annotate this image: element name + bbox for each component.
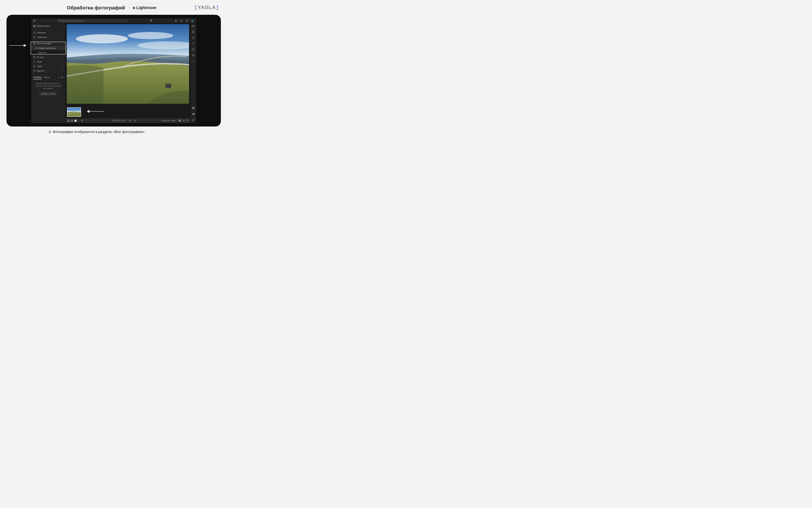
images-icon <box>33 42 36 45</box>
svg-point-35 <box>128 32 173 39</box>
info-icon[interactable] <box>191 118 195 122</box>
sidebar-item-creativity[interactable]: Творчество <box>31 35 65 39</box>
lightbulb-icon <box>33 32 36 34</box>
annotation-arrow-left <box>9 44 27 47</box>
page-caption: 3. Фотография отобразится в разделе «Все… <box>0 129 227 139</box>
svg-rect-27 <box>34 70 35 72</box>
photo-viewport[interactable] <box>66 23 190 106</box>
sidebar-item-deleted[interactable]: Удалено 1 <box>31 69 65 73</box>
sidebar-item-recent[interactable]: Недавно добавлено ⌄ <box>31 46 65 50</box>
svg-marker-5 <box>150 20 152 22</box>
svg-rect-47 <box>72 120 73 121</box>
svg-point-71 <box>193 55 194 56</box>
add-photos-button[interactable]: Добавить фото <box>31 23 65 29</box>
svg-rect-10 <box>187 21 187 22</box>
viewer-panel: ⌄ ★ ★ ★ ★ ★ Подогнать 100% ⌄ <box>66 23 190 123</box>
svg-rect-69 <box>192 49 194 50</box>
chevron-left-icon: ‹ <box>63 66 63 67</box>
albums-header: Альбомы Общие + <box>31 75 65 80</box>
svg-point-14 <box>34 32 35 33</box>
brush-icon[interactable] <box>191 42 195 46</box>
before-after-icon[interactable] <box>179 119 181 122</box>
cloud-sync-icon[interactable] <box>191 19 195 23</box>
search-input[interactable]: Поиск Последний импорт <box>57 19 129 23</box>
tab-albums[interactable]: Альбомы <box>33 76 42 79</box>
app-body: Добавить фото Обучение Творчество Все фо… <box>31 23 196 123</box>
share-icon[interactable] <box>180 19 183 23</box>
svg-point-23 <box>34 61 35 62</box>
sort-albums-icon[interactable] <box>61 77 63 79</box>
sidebar-item-links[interactable]: Связи + ‹ <box>31 64 65 69</box>
edit-sliders-icon[interactable] <box>191 24 195 28</box>
svg-point-3 <box>59 20 60 21</box>
svg-rect-18 <box>33 43 35 44</box>
search-icon <box>59 20 61 22</box>
albums-empty-state: Создайте свой первый альбом — простой сп… <box>31 80 65 96</box>
fit-label[interactable]: Подогнать <box>161 120 170 122</box>
star-icons: ★ ★ ★ ★ ★ <box>113 120 126 122</box>
heal-icon[interactable] <box>191 36 195 40</box>
chevron-down-icon[interactable]: ⌄ <box>86 120 87 122</box>
info-circle-icon[interactable] <box>186 119 189 122</box>
help-icon[interactable] <box>185 19 189 23</box>
svg-rect-19 <box>34 43 36 44</box>
sort-order-icon[interactable] <box>81 119 84 122</box>
add-album-icon[interactable]: + <box>58 77 59 79</box>
flag-reject-icon[interactable] <box>134 120 136 122</box>
page-header: Обработка фотографий в Lightroom [YAGLA] <box>0 0 227 15</box>
crop-icon[interactable] <box>191 30 195 34</box>
filter-icon[interactable] <box>149 19 153 23</box>
svg-rect-9 <box>187 20 187 21</box>
comments-icon[interactable] <box>191 107 195 110</box>
svg-line-4 <box>60 21 60 22</box>
svg-rect-15 <box>34 33 35 34</box>
right-toolbar <box>190 23 196 123</box>
flag-pick-icon[interactable] <box>129 120 131 122</box>
grid-large-icon[interactable] <box>71 119 73 122</box>
brand-logo: [YAGLA] <box>195 5 218 10</box>
svg-rect-55 <box>179 120 180 122</box>
tag-icon[interactable] <box>191 112 195 116</box>
sidebar-item-by-date[interactable]: По дате ‹ <box>31 55 65 59</box>
svg-point-17 <box>34 37 35 38</box>
chevron-down-icon: ⌄ <box>62 43 63 44</box>
sidebar-item-all-photos[interactable]: Все фотографии 1 ⌄ <box>31 41 65 46</box>
grid-small-icon[interactable] <box>67 119 70 122</box>
chevron-down-icon[interactable]: ⌄ <box>177 120 178 122</box>
svg-point-72 <box>192 61 193 61</box>
panel-toggle-icon[interactable] <box>33 19 37 23</box>
tab-shared[interactable]: Общие <box>44 76 50 79</box>
sidebar: Добавить фото Обучение Творчество Все фо… <box>31 23 66 123</box>
screenshot-card: Поиск Последний импорт Добавить фото <box>6 15 221 127</box>
single-view-icon[interactable] <box>74 119 77 122</box>
svg-rect-49 <box>72 121 73 122</box>
svg-point-16 <box>34 36 35 38</box>
linear-gradient-icon[interactable] <box>191 48 195 51</box>
svg-point-67 <box>193 27 194 27</box>
bell-icon[interactable] <box>174 19 178 23</box>
radial-gradient-icon[interactable] <box>191 53 195 57</box>
filmstrip[interactable] <box>66 106 190 118</box>
svg-point-74 <box>194 61 195 61</box>
add-album-button[interactable]: Добавить альбом <box>39 92 58 96</box>
sidebar-item-learn[interactable]: Обучение <box>31 30 65 35</box>
split-view-icon[interactable] <box>182 119 185 122</box>
svg-rect-56 <box>180 120 181 122</box>
calendar-icon <box>33 56 36 58</box>
stack-icon <box>33 65 36 68</box>
svg-rect-61 <box>187 120 187 120</box>
sidebar-item-people[interactable]: Люди <box>31 59 65 64</box>
filmstrip-thumbnail[interactable] <box>67 108 81 117</box>
svg-point-65 <box>193 26 193 27</box>
view-mode-switch <box>67 119 77 122</box>
star-rating[interactable]: ★ ★ ★ ★ ★ <box>112 119 127 122</box>
svg-rect-42 <box>68 120 68 121</box>
zoom-value[interactable]: 100% <box>171 120 176 122</box>
chevron-left-icon: ‹ <box>63 56 63 58</box>
more-icon[interactable] <box>191 59 195 63</box>
aperture-icon <box>33 36 36 38</box>
svg-rect-43 <box>69 120 69 121</box>
search-placeholder: Поиск Последний импорт <box>62 20 83 22</box>
sidebar-item-recent-just-now[interactable]: только что 1 <box>31 50 65 55</box>
svg-point-75 <box>194 113 194 114</box>
